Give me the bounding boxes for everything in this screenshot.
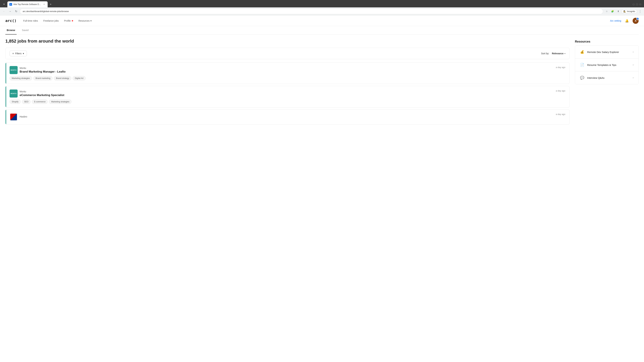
- filters-bar: ≡ Filters ▾ Sort by: Relevance ▾: [5, 48, 570, 59]
- job-company-row: MONTU Montu Brand Marketing Manager - Le…: [10, 66, 66, 74]
- avatar-initial: A: [635, 19, 636, 22]
- tab-close-button[interactable]: ×: [42, 3, 46, 6]
- job-tag[interactable]: Digital Art: [72, 76, 86, 80]
- page: arc() Full-time roles Freelance jobs Pro…: [0, 15, 644, 126]
- nav-freelance-jobs[interactable]: Freelance jobs: [43, 19, 59, 22]
- job-card-header: MONTU Montu Brand Marketing Manager - Le…: [10, 66, 565, 74]
- sort-value: Relevance: [552, 52, 564, 55]
- incognito-icon: 🕵: [623, 10, 626, 12]
- maximize-button[interactable]: □: [636, 3, 638, 5]
- job-title: eCommerce Marketing Specialist: [20, 93, 64, 97]
- nav-full-time-roles[interactable]: Full-time roles: [23, 19, 38, 22]
- arrow-right-icon: →: [632, 63, 634, 66]
- main-content: Browse Saved 1,852 jobs from around the …: [0, 26, 644, 126]
- resources-sidebar: Resources 💰 Remote Dev Salary Explorer →…: [575, 38, 639, 126]
- sort-dropdown[interactable]: Sort by: Relevance ▾: [541, 52, 565, 55]
- job-tag[interactable]: Marketing strategies: [10, 76, 32, 80]
- arc-vetting-link[interactable]: Arc vetting: [610, 19, 621, 22]
- job-tags: Shopify SEO E-commerce Marketing strateg…: [10, 99, 565, 104]
- job-info: Hasbro: [20, 115, 27, 119]
- filter-icon: ≡: [12, 52, 14, 55]
- notifications-button[interactable]: 🔔: [624, 18, 630, 24]
- toolbar: ← → ↻ arc.dev/dashboard/d/global-remote-…: [0, 7, 644, 15]
- nav-right: Arc vetting 🔔 A 1: [610, 18, 639, 24]
- tab-favicon: A: [10, 3, 12, 6]
- toolbar-actions: ☆ 🧩 ⬇ 🕵 Incognito ⋮: [604, 9, 642, 14]
- job-title: Brand Marketing Manager - Leafio: [20, 70, 66, 73]
- minimize-button[interactable]: —: [632, 3, 634, 5]
- menu-button[interactable]: ⋮: [638, 9, 642, 14]
- job-info: Montu Brand Marketing Manager - Leafio: [20, 67, 66, 73]
- incognito-badge[interactable]: 🕵 Incognito: [622, 9, 637, 13]
- back-button[interactable]: ←: [2, 9, 6, 14]
- company-logo-text: MONTU: [10, 93, 16, 94]
- browser-chrome: A Hire Top Remote Software Dev... × + — …: [0, 0, 644, 15]
- tab-bar: A Hire Top Remote Software Dev... × + — …: [0, 0, 644, 7]
- address-bar[interactable]: arc.dev/dashboard/d/global-remote-jobs/b…: [20, 8, 603, 14]
- job-company-row: Hasbro: [10, 113, 27, 121]
- extensions-button[interactable]: 🧩: [610, 9, 615, 14]
- nav-resources-label: Resources: [78, 19, 90, 22]
- content-layout: 1,852 jobs from around the world ≡ Filte…: [5, 38, 639, 126]
- job-tag[interactable]: Marketing strategies: [49, 99, 72, 104]
- filters-button[interactable]: ≡ Filters ▾: [10, 51, 27, 56]
- filters-label: Filters: [15, 52, 22, 55]
- job-tag[interactable]: E-commerce: [32, 99, 48, 104]
- job-tag[interactable]: Shopify: [10, 99, 21, 104]
- job-company: Hasbro: [20, 115, 27, 118]
- download-button[interactable]: ⬇: [616, 9, 620, 14]
- nav-profile-label: Profile: [64, 19, 71, 22]
- active-tab[interactable]: A Hire Top Remote Software Dev... ×: [8, 1, 48, 7]
- resources-heading: Resources: [575, 38, 639, 43]
- profile-notification-dot: [72, 20, 73, 21]
- job-card[interactable]: MONTU Montu eCommerce Marketing Speciali…: [5, 86, 570, 107]
- jobs-section: 1,852 jobs from around the world ≡ Filte…: [5, 38, 570, 126]
- chevron-down-icon: ▾: [23, 52, 24, 55]
- job-time: a day ago: [556, 66, 565, 68]
- tab-browse[interactable]: Browse: [5, 26, 16, 34]
- nav-profile[interactable]: Profile: [64, 19, 73, 22]
- hasbro-logo-inner: [10, 114, 17, 120]
- incognito-label: Incognito: [627, 10, 635, 12]
- address-text: arc.dev/dashboard/d/global-remote-jobs/b…: [23, 10, 69, 12]
- sort-chevron-icon: ▾: [564, 53, 565, 54]
- company-logo: [10, 113, 18, 121]
- tab-title: Hire Top Remote Software Dev...: [14, 3, 41, 5]
- resources-panel: 💰 Remote Dev Salary Explorer → 📄 Resume …: [575, 45, 639, 84]
- job-tag[interactable]: Brand marketing: [33, 76, 52, 80]
- site-nav: arc() Full-time roles Freelance jobs Pro…: [0, 15, 644, 26]
- bookmark-button[interactable]: ☆: [604, 9, 609, 14]
- job-time: a day ago: [556, 113, 565, 115]
- avatar[interactable]: A 1: [632, 18, 639, 24]
- new-tab-button[interactable]: +: [48, 2, 53, 7]
- job-card[interactable]: Hasbro a day ago: [5, 109, 570, 124]
- nav-links: Full-time roles Freelance jobs Profile R…: [23, 19, 610, 22]
- forward-button[interactable]: →: [8, 9, 12, 14]
- job-card[interactable]: MONTU Montu Brand Marketing Manager - Le…: [5, 62, 570, 84]
- job-tag[interactable]: SEO: [22, 99, 30, 104]
- logo[interactable]: arc(): [5, 18, 16, 23]
- job-tag[interactable]: Brand strategy: [54, 76, 71, 80]
- nav-resources[interactable]: Resources ▾: [78, 19, 92, 22]
- avatar-badge: 1: [636, 17, 639, 20]
- job-company-row: MONTU Montu eCommerce Marketing Speciali…: [10, 89, 64, 97]
- close-button[interactable]: ×: [639, 3, 641, 5]
- job-time: a day ago: [556, 89, 565, 92]
- resource-item-salary-explorer[interactable]: 💰 Remote Dev Salary Explorer →: [575, 45, 638, 58]
- resource-label: Remote Dev Salary Explorer: [587, 51, 632, 53]
- page-tabs: Browse Saved: [5, 26, 639, 34]
- resource-label: Interview Q&As: [587, 76, 632, 79]
- job-tags: Marketing strategies Brand marketing Bra…: [10, 76, 565, 80]
- sort-by-label: Sort by:: [541, 52, 549, 55]
- reload-button[interactable]: ↻: [14, 9, 18, 14]
- resource-item-resume-templates[interactable]: 📄 Resume Templates & Tips →: [575, 58, 638, 71]
- resume-templates-icon: 📄: [579, 62, 585, 68]
- nav-freelance-jobs-label: Freelance jobs: [43, 19, 59, 22]
- company-logo-text: MONTU: [10, 69, 16, 71]
- tab-group-dropdown[interactable]: [1, 2, 7, 7]
- job-info: Montu eCommerce Marketing Specialist: [20, 90, 64, 97]
- tab-saved[interactable]: Saved: [21, 26, 30, 34]
- tab-saved-label: Saved: [22, 29, 29, 31]
- resource-item-interview-qas[interactable]: 💬 Interview Q&As →: [575, 71, 638, 84]
- chevron-down-icon: ▾: [90, 19, 92, 22]
